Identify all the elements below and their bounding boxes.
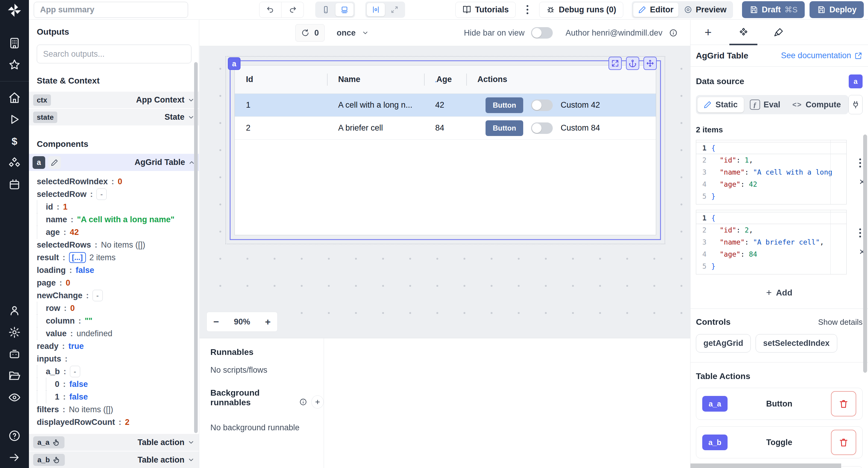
runs-play-icon[interactable] xyxy=(8,113,21,126)
cell-id: 1 xyxy=(235,100,327,110)
control-pill[interactable]: setSelectedIndex xyxy=(755,334,837,352)
header-age[interactable]: Age xyxy=(424,65,466,93)
insert-component-tab[interactable]: + xyxy=(690,20,726,45)
header-name[interactable]: Name xyxy=(327,65,424,93)
folders-icon[interactable] xyxy=(8,370,21,382)
chevron-down-icon xyxy=(187,456,195,464)
redo-button[interactable] xyxy=(281,2,304,18)
row-action-button[interactable]: Button xyxy=(486,120,523,136)
anchor-component-icon[interactable] xyxy=(626,57,639,70)
connect-plug-button[interactable] xyxy=(848,95,863,114)
output-prop-row: 1:false xyxy=(37,390,199,403)
center-align-button[interactable] xyxy=(367,3,385,16)
see-documentation-link[interactable]: See documentation xyxy=(781,51,863,60)
workspace-icon[interactable] xyxy=(8,37,21,50)
json-editor[interactable]: 1{2 "id": 1,3 "name": "A cell with a lon… xyxy=(696,140,846,204)
canvas-toolbar: 0 once Hide bar on view Author henri@win… xyxy=(199,20,690,46)
settings-hscrollbar[interactable] xyxy=(690,464,841,468)
resources-cubes-icon[interactable] xyxy=(8,156,21,169)
rename-pencil-icon[interactable] xyxy=(48,156,61,169)
mobile-view-button[interactable] xyxy=(317,3,335,16)
add-item-button[interactable]: +Add xyxy=(766,287,792,298)
home-icon[interactable] xyxy=(8,91,21,104)
debug-runs-button[interactable]: Debug runs (0) xyxy=(539,2,623,18)
output-prop-row: name:"A cell with a long name" xyxy=(37,213,199,226)
array-preview-chip[interactable]: [...] xyxy=(69,252,86,263)
row-action-toggle[interactable] xyxy=(531,122,553,134)
styling-brush-tab[interactable] xyxy=(761,20,796,45)
component-outputs-list: selectedRowIndex:0selectedRow:-id:1name:… xyxy=(29,175,199,429)
section-divider xyxy=(690,309,868,309)
zoom-out-button[interactable]: − xyxy=(213,317,219,327)
source-compute-tab[interactable]: <> Compute xyxy=(786,97,847,113)
collapse-chip[interactable]: - xyxy=(96,188,107,200)
variables-dollar-icon[interactable]: $ xyxy=(8,135,21,147)
settings-gear-icon[interactable] xyxy=(8,326,21,339)
undo-button[interactable] xyxy=(259,2,281,18)
table-action-row[interactable]: a_b Table action xyxy=(29,451,199,468)
app-canvas[interactable]: a Id Name Age Actions 1 A cell with a lo… xyxy=(199,46,690,338)
favorites-star-icon[interactable] xyxy=(8,59,21,71)
settings-panel: + AgGrid Table See documentation Data so… xyxy=(690,20,868,468)
collapse-rail-arrow-icon[interactable] xyxy=(8,451,21,464)
more-menu-kebab-icon[interactable] xyxy=(524,2,531,17)
help-icon[interactable] xyxy=(8,430,21,442)
preview-tab[interactable]: Preview xyxy=(679,3,732,17)
aggrid-component[interactable]: a Id Name Age Actions 1 A cell with a lo… xyxy=(235,65,656,235)
source-static-tab[interactable]: Static xyxy=(698,97,744,113)
table-row[interactable]: 1 A cell with a long n... 42 Button Cust… xyxy=(235,94,656,117)
output-prop-row: selectedRows:No items ([]) xyxy=(37,238,199,251)
show-details-link[interactable]: Show details xyxy=(818,318,863,327)
delete-action-button[interactable] xyxy=(831,430,856,455)
settings-scrollbar[interactable] xyxy=(863,135,867,373)
ctx-row[interactable]: ctx App Context xyxy=(29,92,199,109)
zoom-level: 90% xyxy=(234,317,250,327)
table-row[interactable]: 2 A briefer cell 84 Button Custom 84 xyxy=(235,117,656,140)
audit-eye-icon[interactable] xyxy=(8,391,21,404)
zoom-in-button[interactable]: + xyxy=(265,317,271,327)
table-action-row[interactable]: a_a Table action xyxy=(29,434,199,451)
hide-bar-toggle[interactable] xyxy=(531,27,553,38)
schedule-dropdown[interactable]: once xyxy=(337,28,369,38)
windmill-logo-icon[interactable] xyxy=(7,2,22,18)
schedules-calendar-icon[interactable] xyxy=(8,178,21,191)
editor-tab[interactable]: Editor xyxy=(633,3,678,17)
layout-toggle xyxy=(365,1,405,18)
runnables-detail-empty xyxy=(324,338,690,468)
component-id-badge: a xyxy=(33,156,45,169)
static-item: 1{2 "id": 2,3 "name": "A briefer cell",4… xyxy=(696,210,846,274)
row-action-button[interactable]: Button xyxy=(486,97,523,113)
app-summary-input[interactable] xyxy=(34,2,188,18)
move-component-icon[interactable] xyxy=(644,57,657,70)
info-icon[interactable] xyxy=(669,29,678,37)
row-action-toggle[interactable] xyxy=(531,99,553,111)
deploy-button[interactable]: Deploy xyxy=(809,1,864,18)
state-row[interactable]: state State xyxy=(29,109,199,126)
component-tab-badge[interactable]: a xyxy=(228,57,241,70)
desktop-view-button[interactable] xyxy=(336,3,353,16)
collapse-chip[interactable]: - xyxy=(70,366,80,377)
draft-button[interactable]: Draft ⌘S xyxy=(742,1,805,18)
pointer-icon xyxy=(53,438,60,446)
delete-action-button[interactable] xyxy=(831,391,856,416)
header-id[interactable]: Id xyxy=(235,65,327,93)
json-editor[interactable]: 1{2 "id": 2,3 "name": "A briefer cell",4… xyxy=(696,210,846,274)
control-pill[interactable]: getAgGrid xyxy=(696,334,751,352)
expand-component-icon[interactable] xyxy=(609,57,622,70)
row-custom-label: Custom 84 xyxy=(561,123,600,133)
workers-robot-icon[interactable] xyxy=(8,348,21,360)
search-outputs-input[interactable] xyxy=(37,45,191,63)
fullscreen-button[interactable] xyxy=(385,3,404,16)
source-eval-tab[interactable]: ƒ Eval xyxy=(744,96,786,113)
component-header-row[interactable]: a AgGrid Table xyxy=(29,154,199,171)
pointer-icon xyxy=(53,456,61,464)
outputs-scrollbar[interactable] xyxy=(194,62,198,433)
add-background-runnable-button[interactable]: + xyxy=(311,395,324,409)
component-settings-tab[interactable] xyxy=(726,20,761,45)
collapse-chip[interactable]: - xyxy=(93,290,103,301)
refresh-count-button[interactable]: 0 xyxy=(296,24,324,41)
tutorials-button[interactable]: Tutorials xyxy=(456,2,516,18)
users-person-icon[interactable] xyxy=(8,304,21,317)
state-context-title: State & Context xyxy=(29,76,199,86)
background-runnables-empty: No background runnable xyxy=(210,423,324,432)
